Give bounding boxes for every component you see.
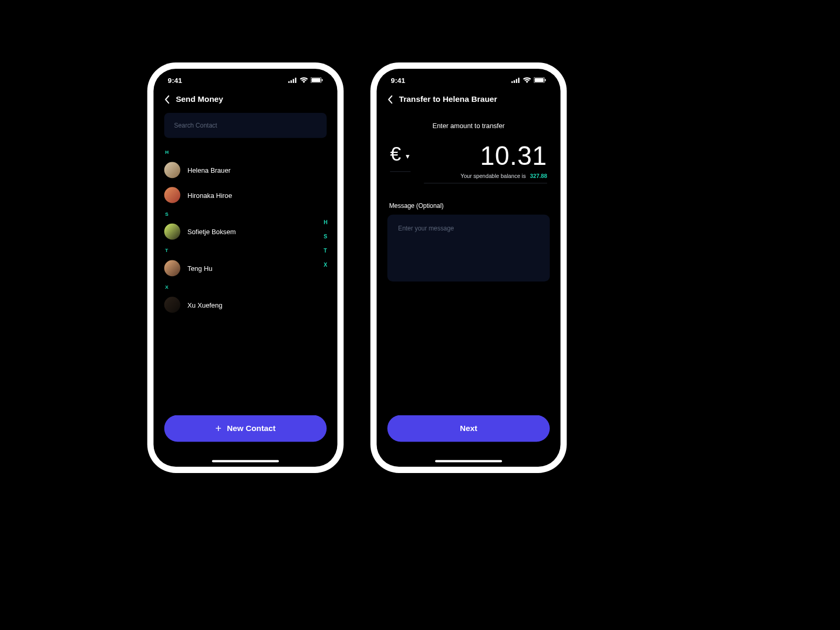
contact-name: Sofietje Boksem: [187, 228, 236, 235]
amount-input[interactable]: 10.31: [424, 143, 547, 169]
signal-icon: [511, 77, 520, 85]
alpha-index-rail: H S T X: [324, 219, 328, 269]
section-header-s: S: [164, 207, 327, 219]
currency-symbol: €: [390, 143, 401, 165]
plus-icon: +: [215, 423, 222, 434]
content-area: Enter amount to transfer € ▼ 10.31 Your …: [376, 113, 560, 281]
contact-row-helena[interactable]: Helena Brauer: [164, 158, 327, 183]
new-contact-label: New Contact: [227, 424, 276, 433]
message-input[interactable]: Enter your message: [387, 215, 550, 282]
wifi-icon: [523, 77, 531, 85]
new-contact-button[interactable]: + New Contact: [164, 415, 327, 442]
balance-prefix: Your spendable balance is: [460, 173, 526, 180]
header: Send Money: [153, 88, 337, 113]
contact-name: Helena Brauer: [187, 166, 230, 174]
contact-row-hironaka[interactable]: Hironaka Hiroe: [164, 183, 327, 208]
screen-send-money: 9:41 Send Money Search Contact: [153, 69, 337, 467]
chevron-left-icon: [387, 95, 393, 104]
signal-icon: [288, 77, 297, 85]
index-letter-x[interactable]: X: [324, 262, 328, 268]
avatar: [164, 187, 181, 203]
home-indicator[interactable]: [435, 460, 502, 462]
home-indicator[interactable]: [212, 460, 279, 462]
page-title: Send Money: [176, 94, 223, 104]
contact-name: Xu Xuefeng: [187, 301, 223, 308]
message-label: Message (Optional): [387, 183, 550, 215]
section-header-t: T: [164, 244, 327, 256]
status-indicators: [511, 77, 546, 85]
phone-frame-left: 9:41 Send Money Search Contact: [148, 62, 344, 473]
balance-line: Your spendable balance is 327.88: [424, 173, 547, 180]
search-input[interactable]: Search Contact: [164, 113, 327, 138]
section-header-h: H: [164, 146, 327, 158]
battery-icon: [534, 77, 547, 85]
battery-icon: [311, 77, 323, 85]
balance-amount: 327.88: [530, 173, 547, 180]
index-letter-h[interactable]: H: [324, 219, 328, 226]
amount-label: Enter amount to transfer: [387, 113, 550, 143]
contact-name: Hironaka Hiroe: [187, 191, 232, 198]
status-indicators: [288, 77, 323, 85]
svg-rect-0: [288, 81, 290, 83]
back-button[interactable]: [387, 95, 393, 104]
search-placeholder: Search Contact: [174, 122, 217, 129]
content-area: Search Contact H Helena Brauer Hironaka …: [153, 113, 337, 317]
message-placeholder: Enter your message: [398, 225, 454, 232]
screen-transfer: 9:41 Transfer to Helena Brauer Enter amo…: [376, 69, 560, 467]
chevron-left-icon: [164, 95, 170, 104]
svg-rect-2: [293, 79, 295, 83]
svg-rect-5: [311, 78, 320, 82]
avatar: [164, 260, 181, 277]
svg-rect-1: [290, 80, 292, 83]
contact-row-xu[interactable]: Xu Xuefeng: [164, 292, 327, 318]
avatar: [164, 224, 181, 240]
next-label: Next: [460, 424, 477, 433]
contact-name: Teng Hu: [187, 265, 212, 272]
avatar: [164, 297, 181, 313]
next-button[interactable]: Next: [387, 415, 550, 442]
svg-rect-3: [295, 78, 297, 83]
svg-rect-10: [518, 78, 520, 83]
caret-down-icon: ▼: [405, 153, 411, 160]
contact-row-teng[interactable]: Teng Hu: [164, 256, 327, 281]
status-time: 9:41: [168, 77, 182, 85]
svg-rect-12: [534, 78, 543, 82]
contact-row-sofietje[interactable]: Sofietje Boksem: [164, 219, 327, 244]
svg-rect-7: [511, 81, 513, 83]
phone-frame-right: 9:41 Transfer to Helena Brauer Enter amo…: [371, 62, 567, 473]
wifi-icon: [300, 77, 308, 85]
svg-rect-6: [322, 79, 323, 81]
index-letter-t[interactable]: T: [324, 248, 328, 254]
currency-selector[interactable]: € ▼: [390, 143, 411, 172]
index-letter-s[interactable]: S: [324, 234, 328, 240]
section-header-x: X: [164, 281, 327, 292]
page-title: Transfer to Helena Brauer: [399, 94, 497, 104]
status-bar: 9:41: [376, 69, 560, 88]
amount-column: 10.31 Your spendable balance is 327.88: [424, 143, 547, 183]
status-bar: 9:41: [153, 69, 337, 88]
status-time: 9:41: [391, 77, 405, 85]
svg-rect-9: [516, 79, 518, 83]
avatar: [164, 162, 181, 178]
amount-row: € ▼ 10.31 Your spendable balance is 327.…: [387, 143, 550, 183]
header: Transfer to Helena Brauer: [376, 88, 560, 113]
svg-rect-13: [545, 79, 546, 81]
back-button[interactable]: [164, 95, 170, 104]
svg-rect-8: [513, 80, 515, 83]
